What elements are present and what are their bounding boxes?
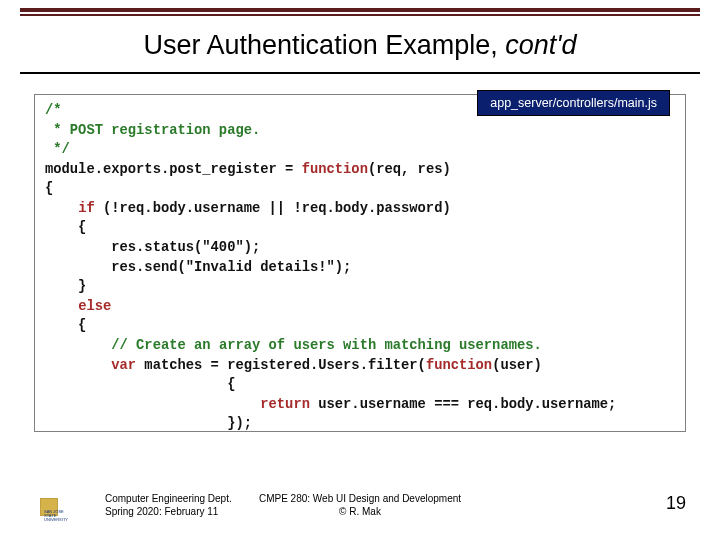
code-line: matches = registered.Users.filter( xyxy=(136,358,426,373)
code-listing: /* * POST registration page. */ module.e… xyxy=(45,101,675,434)
footer-course: CMPE 280: Web UI Design and Development xyxy=(259,493,461,504)
code-line: (!req.body.username || !req.body.passwor… xyxy=(95,201,451,216)
code-line xyxy=(45,201,78,216)
page-number: 19 xyxy=(666,493,686,514)
code-line xyxy=(45,338,111,353)
code-keyword: return xyxy=(260,397,310,412)
code-comment: // Create an array of users with matchin… xyxy=(111,338,542,353)
code-line: { xyxy=(45,220,86,235)
code-line: { xyxy=(45,181,53,196)
top-stripe xyxy=(20,8,700,18)
file-path-badge: app_server/controllers/main.js xyxy=(477,90,670,116)
footer: SAN JOSE STATE UNIVERSITY Computer Engin… xyxy=(0,484,720,524)
code-line: res.status("400"); xyxy=(45,240,260,255)
code-line: (user) xyxy=(492,358,542,373)
slide-title: User Authentication Example, cont'd xyxy=(0,30,720,61)
code-line: /* xyxy=(45,103,62,118)
code-line: { xyxy=(45,318,86,333)
footer-copyright: © R. Mak xyxy=(339,506,381,517)
code-line: */ xyxy=(45,142,70,157)
code-line xyxy=(45,397,260,412)
code-box: /* * POST registration page. */ module.e… xyxy=(34,94,686,432)
code-keyword: function xyxy=(302,162,368,177)
code-keyword: function xyxy=(426,358,492,373)
code-keyword: var xyxy=(111,358,136,373)
code-line: }); xyxy=(45,416,252,431)
code-line: } xyxy=(45,279,86,294)
code-line xyxy=(45,299,78,314)
code-line: * POST registration page. xyxy=(45,123,260,138)
title-main: User Authentication Example, xyxy=(144,30,506,60)
slide: User Authentication Example, cont'd app_… xyxy=(0,0,720,540)
title-contd: cont'd xyxy=(505,30,576,60)
title-underline xyxy=(20,72,700,74)
code-line: (req, res) xyxy=(368,162,451,177)
code-keyword: if xyxy=(78,201,95,216)
code-keyword: else xyxy=(78,299,111,314)
footer-center: CMPE 280: Web UI Design and Development … xyxy=(0,493,720,518)
code-line: { xyxy=(45,377,235,392)
code-line: res.send("Invalid details!"); xyxy=(45,260,351,275)
code-line xyxy=(45,358,111,373)
code-line: module.exports.post_register = xyxy=(45,162,302,177)
code-line: user.username === req.body.username; xyxy=(310,397,616,412)
